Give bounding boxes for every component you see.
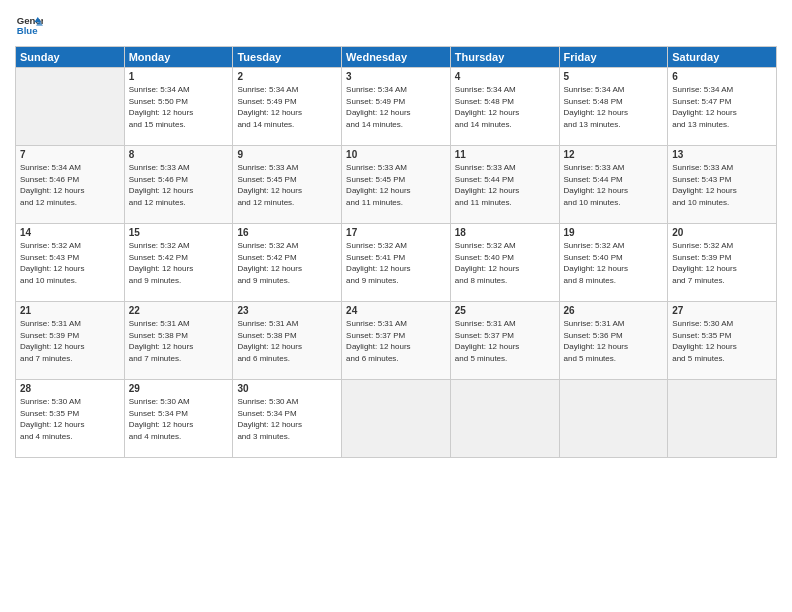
calendar-cell: 19Sunrise: 5:32 AMSunset: 5:40 PMDayligh…: [559, 224, 668, 302]
day-number: 15: [129, 227, 229, 238]
day-info: Sunrise: 5:33 AMSunset: 5:46 PMDaylight:…: [129, 162, 229, 208]
header-monday: Monday: [124, 47, 233, 68]
day-info: Sunrise: 5:32 AMSunset: 5:41 PMDaylight:…: [346, 240, 446, 286]
calendar-cell: 15Sunrise: 5:32 AMSunset: 5:42 PMDayligh…: [124, 224, 233, 302]
day-number: 18: [455, 227, 555, 238]
calendar-cell: 7Sunrise: 5:34 AMSunset: 5:46 PMDaylight…: [16, 146, 125, 224]
calendar-week-row: 21Sunrise: 5:31 AMSunset: 5:39 PMDayligh…: [16, 302, 777, 380]
calendar-cell: 21Sunrise: 5:31 AMSunset: 5:39 PMDayligh…: [16, 302, 125, 380]
day-info: Sunrise: 5:31 AMSunset: 5:37 PMDaylight:…: [346, 318, 446, 364]
header-thursday: Thursday: [450, 47, 559, 68]
day-info: Sunrise: 5:32 AMSunset: 5:39 PMDaylight:…: [672, 240, 772, 286]
calendar-cell: 24Sunrise: 5:31 AMSunset: 5:37 PMDayligh…: [342, 302, 451, 380]
day-info: Sunrise: 5:33 AMSunset: 5:45 PMDaylight:…: [237, 162, 337, 208]
calendar-table: SundayMondayTuesdayWednesdayThursdayFrid…: [15, 46, 777, 458]
calendar-cell: 17Sunrise: 5:32 AMSunset: 5:41 PMDayligh…: [342, 224, 451, 302]
day-number: 28: [20, 383, 120, 394]
day-number: 24: [346, 305, 446, 316]
day-number: 29: [129, 383, 229, 394]
calendar-cell: 6Sunrise: 5:34 AMSunset: 5:47 PMDaylight…: [668, 68, 777, 146]
day-info: Sunrise: 5:32 AMSunset: 5:42 PMDaylight:…: [129, 240, 229, 286]
day-info: Sunrise: 5:33 AMSunset: 5:44 PMDaylight:…: [564, 162, 664, 208]
page-header: General Blue: [15, 10, 777, 38]
day-info: Sunrise: 5:32 AMSunset: 5:42 PMDaylight:…: [237, 240, 337, 286]
day-info: Sunrise: 5:33 AMSunset: 5:45 PMDaylight:…: [346, 162, 446, 208]
calendar-cell: [450, 380, 559, 458]
day-info: Sunrise: 5:34 AMSunset: 5:48 PMDaylight:…: [455, 84, 555, 130]
calendar-cell: 1Sunrise: 5:34 AMSunset: 5:50 PMDaylight…: [124, 68, 233, 146]
svg-text:Blue: Blue: [17, 25, 38, 36]
day-info: Sunrise: 5:32 AMSunset: 5:40 PMDaylight:…: [455, 240, 555, 286]
day-info: Sunrise: 5:32 AMSunset: 5:40 PMDaylight:…: [564, 240, 664, 286]
day-number: 3: [346, 71, 446, 82]
day-number: 23: [237, 305, 337, 316]
day-info: Sunrise: 5:34 AMSunset: 5:50 PMDaylight:…: [129, 84, 229, 130]
calendar-cell: 14Sunrise: 5:32 AMSunset: 5:43 PMDayligh…: [16, 224, 125, 302]
day-number: 22: [129, 305, 229, 316]
calendar-cell: 25Sunrise: 5:31 AMSunset: 5:37 PMDayligh…: [450, 302, 559, 380]
calendar-cell: [559, 380, 668, 458]
day-info: Sunrise: 5:33 AMSunset: 5:43 PMDaylight:…: [672, 162, 772, 208]
day-number: 13: [672, 149, 772, 160]
day-number: 4: [455, 71, 555, 82]
day-number: 27: [672, 305, 772, 316]
day-number: 21: [20, 305, 120, 316]
day-info: Sunrise: 5:30 AMSunset: 5:34 PMDaylight:…: [129, 396, 229, 442]
day-info: Sunrise: 5:34 AMSunset: 5:46 PMDaylight:…: [20, 162, 120, 208]
day-number: 16: [237, 227, 337, 238]
calendar-cell: 4Sunrise: 5:34 AMSunset: 5:48 PMDaylight…: [450, 68, 559, 146]
day-number: 17: [346, 227, 446, 238]
logo-icon: General Blue: [15, 10, 43, 38]
day-info: Sunrise: 5:31 AMSunset: 5:37 PMDaylight:…: [455, 318, 555, 364]
day-info: Sunrise: 5:30 AMSunset: 5:34 PMDaylight:…: [237, 396, 337, 442]
header-wednesday: Wednesday: [342, 47, 451, 68]
calendar-cell: 27Sunrise: 5:30 AMSunset: 5:35 PMDayligh…: [668, 302, 777, 380]
calendar-week-row: 7Sunrise: 5:34 AMSunset: 5:46 PMDaylight…: [16, 146, 777, 224]
day-number: 26: [564, 305, 664, 316]
day-number: 5: [564, 71, 664, 82]
day-number: 2: [237, 71, 337, 82]
header-sunday: Sunday: [16, 47, 125, 68]
calendar-cell: 3Sunrise: 5:34 AMSunset: 5:49 PMDaylight…: [342, 68, 451, 146]
day-info: Sunrise: 5:31 AMSunset: 5:36 PMDaylight:…: [564, 318, 664, 364]
day-info: Sunrise: 5:31 AMSunset: 5:39 PMDaylight:…: [20, 318, 120, 364]
day-info: Sunrise: 5:34 AMSunset: 5:48 PMDaylight:…: [564, 84, 664, 130]
day-number: 1: [129, 71, 229, 82]
calendar-week-row: 1Sunrise: 5:34 AMSunset: 5:50 PMDaylight…: [16, 68, 777, 146]
calendar-cell: 28Sunrise: 5:30 AMSunset: 5:35 PMDayligh…: [16, 380, 125, 458]
calendar-cell: 2Sunrise: 5:34 AMSunset: 5:49 PMDaylight…: [233, 68, 342, 146]
calendar-week-row: 28Sunrise: 5:30 AMSunset: 5:35 PMDayligh…: [16, 380, 777, 458]
calendar-cell: [342, 380, 451, 458]
calendar-cell: [16, 68, 125, 146]
header-saturday: Saturday: [668, 47, 777, 68]
day-number: 9: [237, 149, 337, 160]
day-number: 6: [672, 71, 772, 82]
day-number: 30: [237, 383, 337, 394]
calendar-cell: 8Sunrise: 5:33 AMSunset: 5:46 PMDaylight…: [124, 146, 233, 224]
header-tuesday: Tuesday: [233, 47, 342, 68]
calendar-header-row: SundayMondayTuesdayWednesdayThursdayFrid…: [16, 47, 777, 68]
calendar-cell: 12Sunrise: 5:33 AMSunset: 5:44 PMDayligh…: [559, 146, 668, 224]
calendar-cell: 18Sunrise: 5:32 AMSunset: 5:40 PMDayligh…: [450, 224, 559, 302]
day-number: 7: [20, 149, 120, 160]
day-number: 11: [455, 149, 555, 160]
calendar-cell: 9Sunrise: 5:33 AMSunset: 5:45 PMDaylight…: [233, 146, 342, 224]
day-number: 8: [129, 149, 229, 160]
calendar-cell: 10Sunrise: 5:33 AMSunset: 5:45 PMDayligh…: [342, 146, 451, 224]
calendar-cell: [668, 380, 777, 458]
calendar-cell: 11Sunrise: 5:33 AMSunset: 5:44 PMDayligh…: [450, 146, 559, 224]
calendar-cell: 26Sunrise: 5:31 AMSunset: 5:36 PMDayligh…: [559, 302, 668, 380]
day-info: Sunrise: 5:34 AMSunset: 5:49 PMDaylight:…: [346, 84, 446, 130]
calendar-cell: 20Sunrise: 5:32 AMSunset: 5:39 PMDayligh…: [668, 224, 777, 302]
calendar-cell: 30Sunrise: 5:30 AMSunset: 5:34 PMDayligh…: [233, 380, 342, 458]
calendar-cell: 23Sunrise: 5:31 AMSunset: 5:38 PMDayligh…: [233, 302, 342, 380]
day-number: 25: [455, 305, 555, 316]
day-info: Sunrise: 5:32 AMSunset: 5:43 PMDaylight:…: [20, 240, 120, 286]
day-info: Sunrise: 5:31 AMSunset: 5:38 PMDaylight:…: [237, 318, 337, 364]
calendar-week-row: 14Sunrise: 5:32 AMSunset: 5:43 PMDayligh…: [16, 224, 777, 302]
day-info: Sunrise: 5:34 AMSunset: 5:47 PMDaylight:…: [672, 84, 772, 130]
day-info: Sunrise: 5:30 AMSunset: 5:35 PMDaylight:…: [672, 318, 772, 364]
day-number: 20: [672, 227, 772, 238]
day-info: Sunrise: 5:30 AMSunset: 5:35 PMDaylight:…: [20, 396, 120, 442]
day-info: Sunrise: 5:34 AMSunset: 5:49 PMDaylight:…: [237, 84, 337, 130]
